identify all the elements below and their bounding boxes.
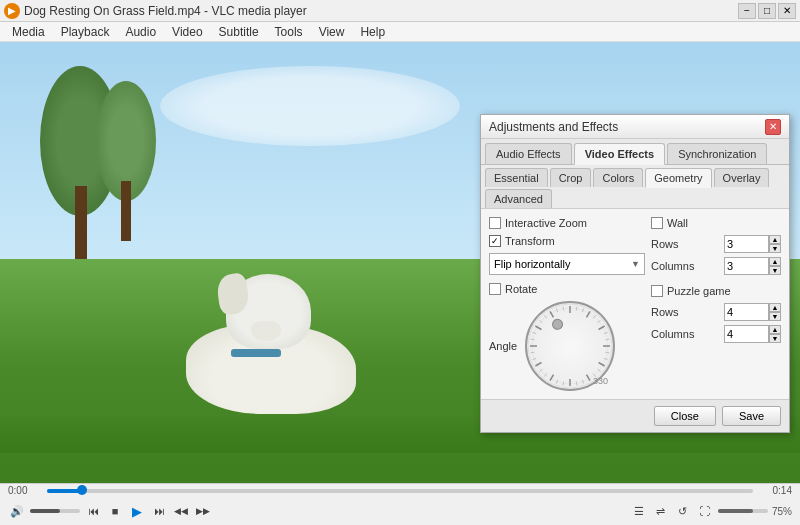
- wall-rows-input[interactable]: 3: [724, 235, 769, 253]
- menu-media[interactable]: Media: [4, 23, 53, 41]
- menu-help[interactable]: Help: [352, 23, 393, 41]
- puzzle-columns-input[interactable]: 4: [724, 325, 769, 343]
- wall-rows-spinners: ▲ ▼: [769, 235, 781, 253]
- volume-slider[interactable]: [30, 509, 80, 513]
- wall-columns-row: Columns 3 ▲ ▼: [651, 257, 781, 275]
- subtab-geometry[interactable]: Geometry: [645, 168, 711, 188]
- maximize-button[interactable]: □: [758, 3, 776, 19]
- progress-bar[interactable]: [47, 489, 753, 493]
- puzzle-rows-label: Rows: [651, 306, 720, 318]
- puzzle-columns-label: Columns: [651, 328, 720, 340]
- svg-line-19: [605, 339, 609, 340]
- dialog-buttons: Close Save: [481, 399, 789, 432]
- menu-playback[interactable]: Playback: [53, 23, 118, 41]
- puzzle-columns-row: Columns 4 ▲ ▼: [651, 325, 781, 343]
- zoom-area: 75%: [718, 506, 792, 517]
- puzzle-rows-input[interactable]: 4: [724, 303, 769, 321]
- wall-rows-down[interactable]: ▼: [769, 244, 781, 253]
- dialog-title-bar: Adjustments and Effects ✕: [481, 115, 789, 139]
- angle-label: Angle: [489, 340, 519, 352]
- menu-video[interactable]: Video: [164, 23, 210, 41]
- wall-columns-up[interactable]: ▲: [769, 257, 781, 266]
- skip-back-button[interactable]: ◀◀: [172, 502, 190, 520]
- svg-point-1: [532, 308, 608, 384]
- progress-bar-area[interactable]: 0:00 0:14: [0, 484, 800, 498]
- skip-fwd-button[interactable]: ▶▶: [194, 502, 212, 520]
- close-button[interactable]: Close: [654, 406, 716, 426]
- tab-synchronization[interactable]: Synchronization: [667, 143, 767, 164]
- wall-columns-down[interactable]: ▼: [769, 266, 781, 275]
- volume-icon[interactable]: 🔊: [8, 502, 26, 520]
- next-button[interactable]: ⏭: [150, 502, 168, 520]
- playlist-button[interactable]: ☰: [630, 502, 648, 520]
- transform-checkbox[interactable]: ✓: [489, 235, 501, 247]
- save-button[interactable]: Save: [722, 406, 781, 426]
- window-title: Dog Resting On Grass Field.mp4 - VLC med…: [24, 4, 307, 18]
- sub-tabs: Essential Crop Colors Geometry Overlay A…: [481, 165, 789, 209]
- menu-tools[interactable]: Tools: [267, 23, 311, 41]
- wall-columns-input[interactable]: 3: [724, 257, 769, 275]
- interactive-zoom-checkbox[interactable]: [489, 217, 501, 229]
- interactive-zoom-label: Interactive Zoom: [505, 217, 587, 229]
- right-column: Wall Rows 3 ▲ ▼: [651, 217, 781, 391]
- adjustments-dialog: Adjustments and Effects ✕ Audio Effects …: [480, 114, 790, 433]
- wall-rows-label: Rows: [651, 238, 720, 250]
- dial-container: 330: [525, 301, 615, 391]
- svg-line-31: [531, 352, 535, 353]
- zoom-fill: [718, 509, 753, 513]
- dialog-content: Interactive Zoom ✓ Transform Flip horizo…: [481, 209, 789, 399]
- interactive-zoom-row: Interactive Zoom: [489, 217, 645, 229]
- right-controls: ☰ ⇌ ↺ ⛶ 75%: [630, 502, 792, 520]
- wall-rows-up[interactable]: ▲: [769, 235, 781, 244]
- wall-columns-label: Columns: [651, 260, 720, 272]
- transform-dropdown[interactable]: Flip horizontally ▼: [489, 253, 645, 275]
- play-button[interactable]: ▶: [128, 502, 146, 520]
- prev-button[interactable]: ⏮: [84, 502, 102, 520]
- subtab-colors[interactable]: Colors: [593, 168, 643, 187]
- zoom-bar[interactable]: [718, 509, 768, 513]
- subtab-crop[interactable]: Crop: [550, 168, 592, 187]
- subtab-advanced[interactable]: Advanced: [485, 189, 552, 208]
- rotate-section: Rotate Angle: [489, 283, 645, 391]
- puzzle-columns-up[interactable]: ▲: [769, 325, 781, 334]
- fullscreen-button[interactable]: ⛶: [696, 502, 714, 520]
- menu-subtitle[interactable]: Subtitle: [211, 23, 267, 41]
- puzzle-label: Puzzle game: [667, 285, 731, 297]
- dial-max-label: 330: [593, 376, 608, 386]
- puzzle-rows-spinner-group: 4 ▲ ▼: [724, 303, 781, 321]
- left-column: Interactive Zoom ✓ Transform Flip horizo…: [489, 217, 645, 391]
- puzzle-rows-up[interactable]: ▲: [769, 303, 781, 312]
- progress-thumb[interactable]: [77, 485, 87, 495]
- puzzle-checkbox[interactable]: [651, 285, 663, 297]
- puzzle-rows-down[interactable]: ▼: [769, 312, 781, 321]
- svg-line-26: [563, 381, 564, 385]
- menu-bar: Media Playback Audio Video Subtitle Tool…: [0, 22, 800, 42]
- wall-checkbox[interactable]: [651, 217, 663, 229]
- puzzle-columns-down[interactable]: ▼: [769, 334, 781, 343]
- dialog-close-button[interactable]: ✕: [765, 119, 781, 135]
- subtab-overlay[interactable]: Overlay: [714, 168, 770, 187]
- puzzle-row: Puzzle game: [651, 285, 781, 297]
- close-window-button[interactable]: ✕: [778, 3, 796, 19]
- wall-columns-spinner-group: 3 ▲ ▼: [724, 257, 781, 275]
- minimize-button[interactable]: −: [738, 3, 756, 19]
- svg-point-38: [551, 318, 565, 332]
- dog-figure: [176, 259, 376, 419]
- menu-audio[interactable]: Audio: [117, 23, 164, 41]
- dialog-main-tabs: Audio Effects Video Effects Synchronizat…: [481, 139, 789, 165]
- clouds: [160, 66, 460, 146]
- menu-view[interactable]: View: [311, 23, 353, 41]
- window-controls[interactable]: − □ ✕: [738, 3, 796, 19]
- loop-button[interactable]: ↺: [674, 502, 692, 520]
- dialog-inner: Interactive Zoom ✓ Transform Flip horizo…: [489, 217, 781, 391]
- title-bar: ▶ Dog Resting On Grass Field.mp4 - VLC m…: [0, 0, 800, 22]
- tab-video-effects[interactable]: Video Effects: [574, 143, 666, 165]
- subtab-essential[interactable]: Essential: [485, 168, 548, 187]
- random-button[interactable]: ⇌: [652, 502, 670, 520]
- rotate-checkbox[interactable]: [489, 283, 501, 295]
- rotate-row: Rotate: [489, 283, 645, 295]
- stop-button[interactable]: ■: [106, 502, 124, 520]
- tab-audio-effects[interactable]: Audio Effects: [485, 143, 572, 164]
- svg-line-14: [576, 307, 577, 311]
- rotation-dial[interactable]: 330: [525, 301, 615, 391]
